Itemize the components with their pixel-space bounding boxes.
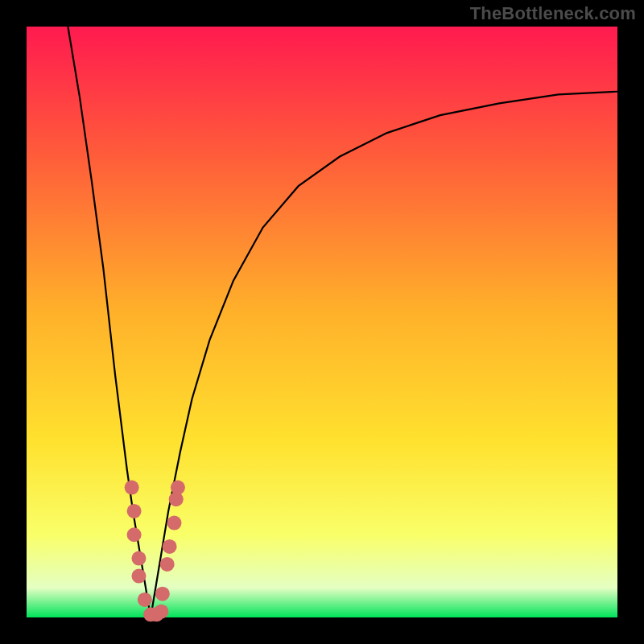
watermark-text: TheBottleneck.com [470, 3, 636, 24]
gradient-background [27, 27, 617, 617]
data-point [163, 539, 177, 554]
data-point [125, 481, 139, 495]
data-point [131, 551, 146, 566]
chart-frame: TheBottleneck.com [0, 0, 644, 644]
data-point [167, 516, 182, 530]
data-point [154, 605, 168, 619]
data-point [171, 481, 185, 495]
data-point [127, 504, 142, 518]
data-point [131, 569, 146, 584]
data-point [155, 587, 170, 601]
data-point [160, 557, 175, 572]
data-point [138, 592, 152, 607]
data-point [127, 527, 142, 542]
bottleneck-chart [0, 0, 644, 644]
